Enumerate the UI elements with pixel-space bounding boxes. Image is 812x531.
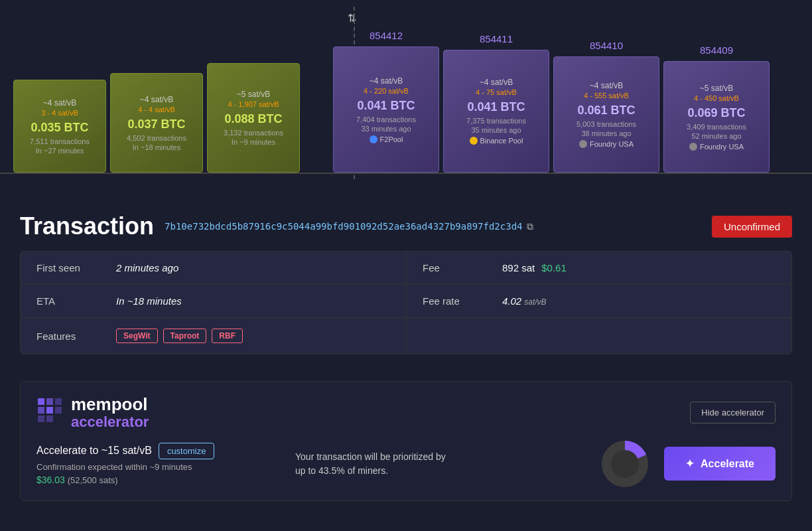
block-txns: 7,511 transactions	[23, 137, 96, 145]
pending-block-2[interactable]: ~4 sat/vB 4 - 4 sat/vB 0.037 BTC 4,502 t…	[110, 73, 203, 173]
pool-name: F2Pool	[380, 135, 403, 143]
block-time: 33 minutes ago	[342, 125, 431, 133]
status-badge: Unconfirmed	[712, 216, 792, 238]
accel-description-line2: up to 43.5% of miners.	[295, 465, 388, 476]
block-number: 854409	[700, 44, 733, 56]
svg-rect-2	[38, 407, 44, 414]
transaction-header: Transaction 7b10e732bdcd5b87916c9c5044a9…	[20, 212, 792, 240]
customize-button[interactable]: customize	[159, 443, 215, 459]
block-txns: 7,404 transactions	[342, 115, 431, 123]
accelerate-icon: ✦	[685, 457, 694, 470]
logo-accelerator-text: accelerator	[71, 414, 149, 430]
block-txns: 5,003 transactions	[562, 120, 651, 128]
svg-rect-5	[55, 407, 62, 414]
block-btc: 0.041 BTC	[452, 100, 541, 114]
accel-speed-text: Accelerate to ~15 sat/vB	[36, 445, 152, 457]
block-sat-range: 4 - 220 sat/vB	[342, 87, 431, 95]
block-btc: 0.035 BTC	[23, 121, 96, 135]
pool-name: Foundry USA	[590, 140, 634, 148]
block-sat-range: 4 - 1,907 sat/vB	[217, 100, 290, 108]
fee-row: Fee 892 sat $0.61	[406, 252, 791, 285]
logo-mempool-text: mempool	[71, 395, 149, 414]
block-time: In ~9 minutes	[217, 138, 290, 146]
block-txns: 3,132 transactions	[217, 129, 290, 137]
accel-speed-line: Accelerate to ~15 sat/vB customize	[36, 443, 275, 459]
block-btc: 0.088 BTC	[217, 112, 290, 126]
confirmed-block-1[interactable]: 854412 ~4 sat/vB 4 - 220 sat/vB 0.041 BT…	[333, 46, 439, 173]
accelerate-button[interactable]: ✦ Accelerate	[664, 447, 776, 481]
accelerator-content: Accelerate to ~15 sat/vB customize Confi…	[36, 441, 776, 487]
page-title: Transaction	[20, 212, 154, 240]
block-sat-rate: ~4 sat/vB	[562, 81, 651, 90]
accel-price-usd: $36.03	[36, 475, 65, 485]
accel-price-sats-value: (52,500 sats)	[68, 475, 118, 485]
block-sat-range: 4 - 4 sat/vB	[120, 106, 193, 114]
fee-sat: 892 sat	[502, 262, 535, 273]
block-btc: 0.069 BTC	[672, 106, 761, 120]
mempool-logo-icon	[36, 397, 63, 428]
block-number: 854411	[480, 33, 513, 44]
block-txns: 7,375 transactions	[452, 117, 541, 125]
fee-rate-label: Fee rate	[423, 295, 502, 307]
block-sat-rate: ~4 sat/vB	[120, 95, 193, 104]
accel-price: $36.03 (52,500 sats)	[36, 475, 275, 485]
blocks-container: ~4 sat/vB 3 - 4 sat/vB 0.035 BTC 7,511 t…	[0, 46, 812, 173]
segwit-badge: SegWit	[116, 329, 158, 343]
accelerator-middle-panel: Your transaction will be prioritized by …	[295, 450, 582, 478]
accelerator-section: mempool accelerator Hide accelerator Acc…	[20, 381, 792, 501]
pool-icon	[689, 143, 697, 151]
block-sat-range: 4 - 75 sat/vB	[452, 88, 541, 96]
pending-block-1[interactable]: ~4 sat/vB 3 - 4 sat/vB 0.035 BTC 7,511 t…	[13, 80, 106, 173]
transaction-details-card: First seen 2 minutes ago Fee 892 sat $0.…	[20, 251, 792, 354]
copy-icon[interactable]: ⧉	[527, 221, 533, 232]
pool-name: Foundry USA	[700, 143, 744, 151]
confirmed-block-2[interactable]: 854411 ~4 sat/vB 4 - 75 sat/vB 0.041 BTC…	[443, 50, 549, 173]
pool-icon	[370, 135, 377, 143]
accelerator-header: mempool accelerator Hide accelerator	[36, 395, 776, 430]
confirmed-block-3[interactable]: 854410 ~4 sat/vB 4 - 555 sat/vB 0.061 BT…	[553, 56, 659, 173]
pool-name: Binance Pool	[480, 137, 523, 145]
block-sat-range: 4 - 555 sat/vB	[562, 92, 651, 100]
block-pool: F2Pool	[342, 135, 431, 143]
svg-rect-1	[46, 398, 53, 405]
block-sat-rate: ~4 sat/vB	[342, 76, 431, 86]
pool-icon	[579, 140, 587, 148]
accelerator-left-panel: Accelerate to ~15 sat/vB customize Confi…	[36, 443, 275, 485]
accel-description-line1: Your transaction will be prioritized by	[295, 451, 446, 462]
block-sat-rate: ~4 sat/vB	[23, 98, 96, 108]
block-btc: 0.037 BTC	[120, 117, 193, 131]
confirmed-blocks: 854412 ~4 sat/vB 4 - 220 sat/vB 0.041 BT…	[333, 46, 770, 173]
eta-value: In ~18 minutes	[116, 295, 182, 307]
transaction-hash: 7b10e732bdcd5b87916c9c5044a99bfd901092d5…	[165, 221, 533, 232]
fee-usd: $0.61	[541, 262, 567, 273]
pool-icon	[470, 137, 478, 145]
svg-rect-0	[38, 398, 44, 405]
svg-rect-6	[38, 416, 44, 422]
svg-rect-3	[46, 407, 53, 414]
block-time: 35 minutes ago	[452, 126, 541, 134]
block-btc: 0.041 BTC	[342, 99, 431, 113]
block-time: 38 minutes ago	[562, 129, 651, 137]
fee-rate-row: Fee rate 4.02sat/vB	[406, 285, 791, 318]
block-btc: 0.061 BTC	[562, 104, 651, 117]
features-badges: SegWit Taproot RBF	[116, 329, 243, 343]
fee-rate-number: 4.02	[502, 295, 521, 307]
pending-block-3[interactable]: ~5 sat/vB 4 - 1,907 sat/vB 0.088 BTC 3,1…	[207, 63, 300, 173]
pending-blocks: ~4 sat/vB 3 - 4 sat/vB 0.035 BTC 7,511 t…	[0, 63, 300, 173]
block-number: 854412	[370, 30, 403, 41]
logo-text: mempool accelerator	[71, 395, 149, 430]
fee-value: 892 sat $0.61	[502, 262, 567, 273]
hide-accelerator-button[interactable]: Hide accelerator	[690, 402, 776, 423]
hash-value[interactable]: 7b10e732bdcd5b87916c9c5044a99bfd901092d5…	[165, 221, 522, 232]
block-time: 52 minutes ago	[672, 132, 761, 140]
confirmed-block-4[interactable]: 854409 ~5 sat/vB 4 - 450 sat/vB 0.069 BT…	[663, 61, 770, 173]
eta-row: ETA In ~18 minutes	[21, 285, 406, 318]
eta-label: ETA	[36, 295, 116, 307]
features-row: Features SegWit Taproot RBF	[21, 318, 406, 354]
features-right-placeholder	[406, 318, 791, 354]
sort-icon[interactable]: ⇅	[348, 12, 356, 25]
svg-rect-7	[46, 416, 53, 422]
svg-rect-4	[55, 398, 62, 405]
transaction-section: Transaction 7b10e732bdcd5b87916c9c5044a9…	[0, 199, 812, 368]
accelerator-logo: mempool accelerator	[36, 395, 149, 430]
